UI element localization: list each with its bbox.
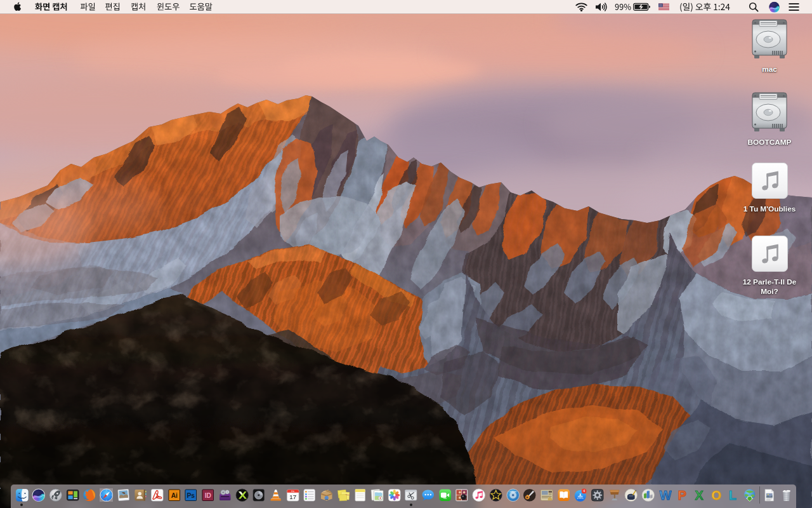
svg-text:Ps: Ps — [187, 492, 195, 499]
svg-text:O: O — [711, 488, 721, 502]
svg-text:L: L — [730, 488, 737, 502]
svg-text:Pages: Pages — [345, 494, 350, 497]
svg-text:W: W — [660, 488, 672, 502]
svg-text:X: X — [695, 488, 704, 502]
svg-text:4: 4 — [583, 489, 585, 493]
svg-text:17: 17 — [289, 493, 296, 500]
svg-text:Ai: Ai — [171, 492, 177, 499]
svg-text:ID: ID — [205, 492, 211, 499]
svg-text:6월: 6월 — [291, 490, 294, 493]
svg-text:P: P — [678, 488, 686, 502]
